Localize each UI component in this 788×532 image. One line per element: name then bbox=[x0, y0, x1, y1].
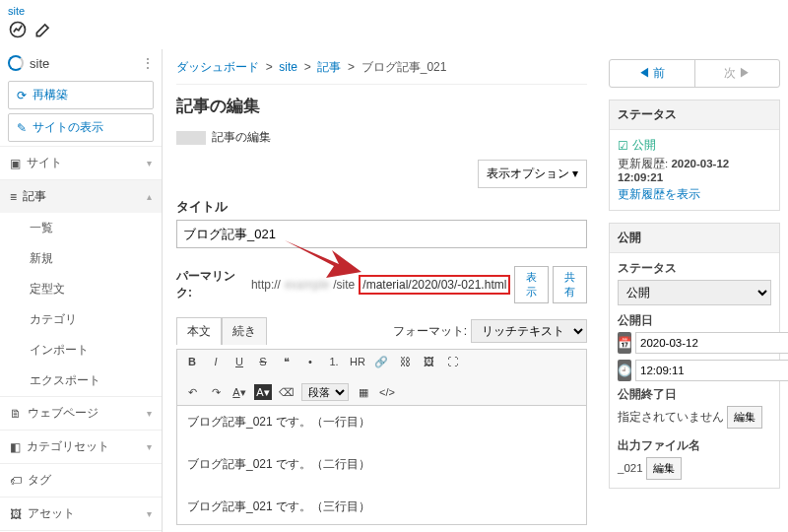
nav-asset[interactable]: 🖼アセット▾ bbox=[0, 497, 162, 530]
nav-entries[interactable]: ≡記事▴ bbox=[0, 179, 162, 213]
hr-button[interactable]: HR bbox=[349, 354, 366, 369]
clock-icon[interactable]: 🕘 bbox=[618, 360, 631, 381]
site-logo-icon bbox=[8, 55, 24, 71]
tag-icon: ◧ bbox=[10, 440, 21, 454]
permalink-label: パーマリンク: bbox=[176, 268, 247, 301]
unpublish-value: 指定されていません bbox=[618, 411, 727, 423]
stats-icon[interactable] bbox=[8, 20, 28, 42]
format-select[interactable]: リッチテキスト bbox=[471, 319, 587, 343]
chevron-up-icon: ▴ bbox=[147, 191, 152, 202]
entries-icon: ≡ bbox=[10, 190, 17, 204]
ul-button[interactable]: • bbox=[301, 354, 319, 369]
link-button[interactable]: 🔗 bbox=[372, 354, 390, 369]
image-button[interactable]: 🖼 bbox=[420, 354, 437, 369]
clear-button[interactable]: ⌫ bbox=[278, 384, 296, 400]
pager-prev[interactable]: ◀ 前 bbox=[610, 60, 695, 87]
status-heading: ステータス bbox=[610, 100, 779, 130]
source-button[interactable]: </> bbox=[378, 384, 396, 400]
chevron-down-icon: ▾ bbox=[147, 508, 152, 519]
crumb-dashboard[interactable]: ダッシュボード bbox=[176, 60, 259, 74]
strike-button[interactable]: S bbox=[254, 354, 272, 369]
publish-date-input[interactable] bbox=[635, 332, 788, 354]
show-history-link[interactable]: 更新履歴を表示 bbox=[618, 187, 700, 202]
check-icon: ☑ bbox=[618, 139, 628, 153]
prev-next-label: 記事の編集 bbox=[212, 129, 271, 146]
tab-body[interactable]: 本文 bbox=[176, 317, 222, 345]
view-site-button[interactable]: ✎ サイトの表示 bbox=[8, 113, 154, 142]
page-title: 記事の編集 bbox=[176, 95, 587, 117]
publish-state: ☑公開 bbox=[618, 138, 771, 153]
bold-button[interactable]: B bbox=[183, 354, 201, 369]
unpublish-date-label: 公開終了日 bbox=[618, 387, 771, 402]
bgcolor-button[interactable]: A▾ bbox=[254, 384, 272, 400]
sub-list[interactable]: 一覧 bbox=[0, 213, 162, 243]
title-label: タイトル bbox=[176, 198, 587, 216]
prev-next-stub bbox=[176, 131, 206, 145]
paragraph-select[interactable]: 段落 bbox=[301, 383, 349, 401]
permalink-share-button[interactable]: 共有 bbox=[553, 266, 587, 303]
publish-date-label: 公開日 bbox=[618, 313, 771, 328]
tab-more[interactable]: 続き bbox=[222, 317, 267, 345]
doc-icon: 🗎 bbox=[10, 407, 22, 421]
nav-webpage[interactable]: 🗎ウェブページ▾ bbox=[0, 396, 162, 430]
nav-site[interactable]: ▣サイト▾ bbox=[0, 146, 162, 179]
status-select[interactable]: 公開 bbox=[618, 280, 771, 305]
permalink-blur: example bbox=[285, 278, 329, 292]
editor-toolbar: B I U S ❝ • 1. HR 🔗 ⛓ 🖼 ⛶ ↶ ↷ A▾ A▾ ⌫ 段落… bbox=[176, 349, 587, 406]
sub-template[interactable]: 定型文 bbox=[0, 274, 162, 304]
editor-body[interactable]: ブログ記事_021 です。（一行目） ブログ記事_021 です。（二行目） ブロ… bbox=[176, 406, 587, 525]
asset-icon: 🖼 bbox=[10, 507, 22, 521]
chevron-down-icon: ▾ bbox=[147, 408, 152, 419]
pager-next[interactable]: 次 ▶ bbox=[695, 60, 780, 87]
nav-tag[interactable]: 🏷タグ bbox=[0, 463, 162, 497]
redo-button[interactable]: ↷ bbox=[207, 384, 225, 400]
underline-button[interactable]: U bbox=[230, 354, 248, 369]
undo-button[interactable]: ↶ bbox=[183, 384, 201, 400]
output-file-label: 出力ファイル名 bbox=[618, 438, 771, 453]
permalink-highlight: /material/2020/03/-021.html bbox=[359, 275, 510, 295]
fullscreen-button[interactable]: ⛶ bbox=[443, 354, 461, 369]
italic-button[interactable]: I bbox=[207, 354, 225, 369]
display-options-button[interactable]: 表示オプション ▾ bbox=[478, 160, 587, 188]
update-history-label: 更新履歴: 2020-03-12 12:09:21 bbox=[618, 157, 771, 183]
crumb-site[interactable]: site bbox=[279, 60, 297, 74]
chevron-down-icon: ▾ bbox=[147, 441, 152, 452]
unlink-button[interactable]: ⛓ bbox=[396, 354, 414, 369]
view-site-icon: ✎ bbox=[17, 121, 27, 135]
title-input[interactable] bbox=[176, 220, 587, 248]
calendar-icon[interactable]: 📅 bbox=[618, 332, 631, 354]
sidebar-menu-icon[interactable]: ⋮ bbox=[141, 55, 154, 71]
permalink-prefix: http:// bbox=[251, 278, 281, 292]
sub-export[interactable]: エクスポート bbox=[0, 366, 162, 396]
chevron-down-icon: ▾ bbox=[147, 158, 152, 168]
sub-category[interactable]: カテゴリ bbox=[0, 304, 162, 335]
unpublish-edit-button[interactable]: 編集 bbox=[727, 406, 762, 429]
sidebar-site-name: site bbox=[30, 56, 49, 71]
textcolor-button[interactable]: A▾ bbox=[230, 384, 248, 400]
output-file-value: _021 bbox=[618, 462, 646, 474]
quote-button[interactable]: ❝ bbox=[278, 354, 296, 369]
nav-categoryset[interactable]: ◧カテゴリセット▾ bbox=[0, 430, 162, 463]
sub-new[interactable]: 新規 bbox=[0, 243, 162, 274]
status-sub-label: ステータス bbox=[618, 261, 771, 276]
format-label: フォーマット: bbox=[393, 323, 467, 340]
breadcrumb: ダッシュボード > site > 記事 > ブログ記事_021 bbox=[176, 59, 587, 85]
ol-button[interactable]: 1. bbox=[325, 354, 343, 369]
rebuild-button[interactable]: ⟳ 再構築 bbox=[8, 81, 154, 109]
edit-icon[interactable] bbox=[33, 20, 53, 42]
table-button[interactable]: ▦ bbox=[355, 384, 372, 400]
site-icon: ▣ bbox=[10, 157, 21, 170]
crumb-entries[interactable]: 記事 bbox=[317, 60, 341, 74]
tag-icon: 🏷 bbox=[10, 474, 22, 488]
rebuild-icon: ⟳ bbox=[17, 89, 27, 102]
publish-time-input[interactable] bbox=[635, 360, 788, 381]
sub-import[interactable]: インポート bbox=[0, 335, 162, 366]
crumb-current: ブログ記事_021 bbox=[361, 60, 447, 74]
output-file-edit-button[interactable]: 編集 bbox=[646, 457, 682, 480]
permalink-view-button[interactable]: 表示 bbox=[514, 266, 549, 303]
top-site-link[interactable]: site bbox=[8, 5, 25, 17]
publish-heading: 公開 bbox=[610, 224, 779, 253]
